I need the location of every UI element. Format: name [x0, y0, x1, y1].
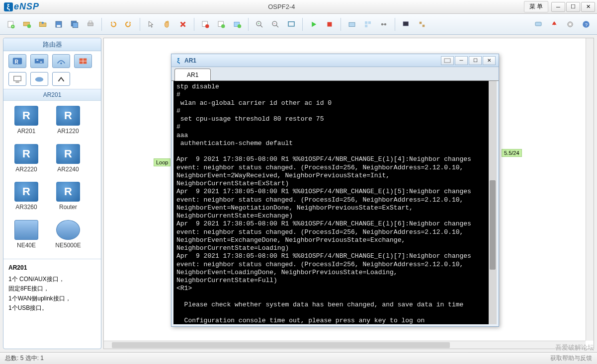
category-connection-icon[interactable]: [52, 72, 70, 86]
sidebar-header: 路由器: [3, 38, 101, 51]
svg-point-12: [205, 24, 209, 28]
show-interface-button[interactable]: [377, 17, 391, 31]
toolbar-separator: [140, 18, 140, 31]
device-ne40e[interactable]: NE40E: [5, 219, 47, 255]
device-ar2220[interactable]: RAR2220: [5, 143, 47, 179]
device-ar3260[interactable]: RAR3260: [5, 181, 47, 217]
terminal-output[interactable]: stp disable # wlan ac-global carrier id …: [173, 81, 497, 324]
save-button[interactable]: [52, 17, 66, 31]
maximize-button[interactable]: ☐: [566, 2, 580, 12]
category-switch-icon[interactable]: [30, 54, 48, 68]
layout-button[interactable]: [361, 17, 375, 31]
undo-button[interactable]: [106, 17, 120, 31]
category-firewall-icon[interactable]: [74, 54, 92, 68]
toolbar-separator: [395, 18, 395, 31]
save-as-button[interactable]: [68, 17, 82, 31]
huawei-icon[interactable]: [547, 17, 561, 31]
open-button[interactable]: [36, 17, 50, 31]
svg-rect-27: [368, 21, 371, 24]
add-text-button[interactable]: [214, 17, 228, 31]
close-button[interactable]: ✕: [581, 2, 595, 12]
svg-rect-33: [420, 21, 422, 24]
message-button[interactable]: [531, 17, 545, 31]
description-line: 1个USB接口。: [8, 303, 96, 313]
device-ar1220[interactable]: RAR1220: [47, 105, 89, 141]
hscroll-thumb[interactable]: [112, 342, 450, 348]
remove-topo-button[interactable]: [198, 17, 212, 31]
zoom-fit-button[interactable]: [284, 17, 298, 31]
svg-text:?: ?: [585, 21, 588, 27]
pointer-tool-button[interactable]: [144, 17, 158, 31]
svg-rect-6: [57, 25, 61, 27]
category-wlan-icon[interactable]: [52, 54, 70, 68]
svg-point-29: [381, 23, 384, 25]
menu-button[interactable]: 菜 单: [524, 1, 548, 12]
category-cloud-icon[interactable]: [30, 72, 48, 86]
description-line: 1个 CON/AUX接口，: [8, 275, 96, 284]
terminal-title: AR1: [184, 57, 441, 64]
description-line: 1个WAN侧uplink接口，: [8, 294, 96, 303]
svg-rect-25: [349, 22, 355, 26]
terminal-icon: ξ: [174, 57, 182, 65]
svg-point-30: [384, 23, 387, 25]
device-ne5000e[interactable]: NE5000E: [47, 219, 89, 255]
category-router-icon[interactable]: R: [8, 54, 26, 68]
terminal-scrollbar[interactable]: [489, 81, 497, 324]
device-router[interactable]: RRouter: [47, 181, 89, 217]
toolbar-separator: [302, 18, 303, 31]
zoom-in-button[interactable]: +: [253, 17, 266, 31]
svg-text:+: +: [12, 24, 14, 28]
terminal-record-button[interactable]: [441, 56, 454, 65]
print-button[interactable]: [84, 17, 97, 31]
category-pc-icon[interactable]: [8, 72, 26, 86]
terminal-titlebar[interactable]: ξ AR1 ─ ☐ ✕: [171, 54, 499, 67]
capture-button[interactable]: [345, 17, 359, 31]
sidebar: 路由器 R AR201 RAR201 RAR1220 RAR2220 RAR22…: [3, 38, 101, 349]
svg-point-49: [35, 77, 44, 81]
settings-button[interactable]: [563, 17, 577, 31]
new-device-button[interactable]: [20, 17, 34, 31]
terminal-minimize-button[interactable]: ─: [455, 56, 468, 65]
device-ar201[interactable]: RAR201: [5, 105, 47, 141]
terminal-close-button[interactable]: ✕: [483, 56, 496, 65]
svg-line-21: [276, 25, 279, 27]
terminal-scroll-thumb[interactable]: [490, 180, 496, 270]
pan-tool-button[interactable]: [160, 17, 174, 31]
terminal-tab-ar1[interactable]: AR1: [174, 69, 211, 81]
new-topo-button[interactable]: +: [4, 17, 18, 31]
add-shape-button[interactable]: [230, 17, 244, 31]
canvas-label-loop[interactable]: Loop: [154, 158, 171, 166]
status-hint: 获取帮助与反馈: [550, 354, 592, 363]
device-ar2240[interactable]: RAR2240: [47, 143, 89, 179]
device-list: RAR201 RAR1220 RAR2220 RAR2240 RAR3260 R…: [3, 101, 101, 259]
svg-point-37: [569, 23, 572, 25]
start-button[interactable]: [307, 17, 321, 31]
svg-text:R: R: [15, 59, 19, 65]
redo-button[interactable]: [122, 17, 136, 31]
svg-text:+: +: [257, 21, 259, 25]
svg-rect-35: [535, 22, 541, 26]
app-logo: ξ eNSP: [2, 1, 39, 12]
svg-rect-50: [444, 59, 450, 63]
canvas-label-subnet[interactable]: 5.5/24: [502, 149, 522, 157]
svg-rect-8: [73, 22, 78, 28]
zoom-out-button[interactable]: −: [268, 17, 282, 31]
app-name: eNSP: [14, 1, 39, 12]
stop-button[interactable]: [323, 17, 337, 31]
delete-button[interactable]: [176, 17, 190, 31]
canvas-vscrollbar[interactable]: [586, 38, 594, 341]
status-count: 总数: 5 选中: 1: [5, 354, 44, 363]
svg-point-16: [238, 24, 242, 28]
svg-rect-10: [89, 21, 92, 23]
canvas-hscrollbar[interactable]: [104, 341, 586, 349]
terminal-window[interactable]: ξ AR1 ─ ☐ ✕ AR1 stp disable # wlan ac-gl…: [171, 54, 499, 327]
tools-button[interactable]: [415, 17, 429, 31]
help-button[interactable]: ?: [579, 17, 593, 31]
svg-rect-28: [365, 24, 367, 27]
svg-rect-24: [328, 22, 332, 26]
titlebar: ξ eNSP OSPF2-4 菜 单 ─ ☐ ✕: [0, 0, 597, 14]
minimize-button[interactable]: ─: [551, 2, 565, 12]
terminal-maximize-button[interactable]: ☐: [469, 56, 482, 65]
toolbar-separator: [341, 18, 341, 31]
open-all-cli-button[interactable]: [399, 17, 413, 31]
